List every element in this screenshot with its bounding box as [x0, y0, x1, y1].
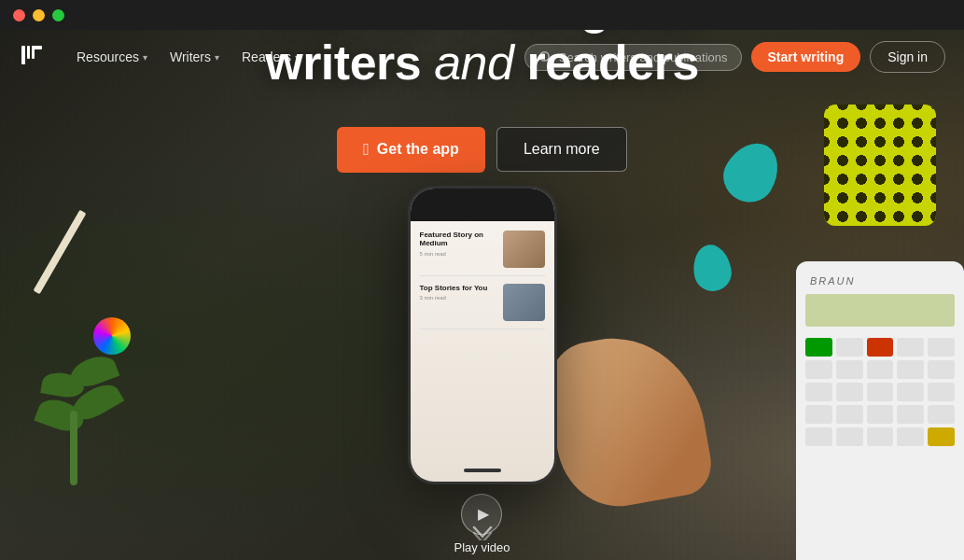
nav-readers[interactable]: Readers ▾ — [232, 44, 309, 70]
svg-rect-3 — [32, 46, 42, 49]
svg-rect-0 — [21, 46, 25, 64]
minimize-button[interactable] — [33, 9, 45, 21]
svg-rect-1 — [27, 46, 30, 59]
search-icon — [538, 50, 552, 63]
chevron-down-icon: ▾ — [143, 52, 147, 63]
svg-point-4 — [540, 52, 549, 61]
learn-more-button[interactable]: Learn more — [496, 127, 627, 172]
phone-article-image-2 — [503, 284, 545, 321]
search-box[interactable]: Search writers and publications — [524, 44, 742, 71]
phone-content: Featured Story on Medium 5 min read Top … — [411, 221, 554, 482]
chevron-down-icon: ▾ — [215, 52, 219, 63]
phone-notch — [459, 196, 506, 207]
svg-line-5 — [548, 60, 551, 63]
close-button[interactable] — [13, 9, 25, 21]
window-chrome — [0, 0, 964, 30]
phone-home-indicator — [464, 469, 501, 472]
play-icon: ▶ — [478, 505, 489, 523]
sign-in-button[interactable]: Sign in — [870, 41, 945, 73]
phone-article-image — [503, 231, 545, 268]
site-logo[interactable] — [19, 42, 45, 72]
phone-screen: Featured Story on Medium 5 min read Top … — [411, 189, 554, 482]
navbar: Resources ▾ Writers ▾ Readers ▾ Search w… — [0, 30, 964, 84]
phone-article-1: Featured Story on Medium 5 min read — [420, 231, 545, 276]
chevron-down-icon: ▾ — [295, 52, 300, 63]
search-placeholder: Search writers and publications — [559, 50, 728, 64]
scroll-indicator[interactable] — [472, 524, 493, 545]
main-page: BRAUN — [0, 30, 964, 560]
nav-resources[interactable]: Resources ▾ — [67, 44, 157, 70]
hero-section: The home for great writers and readers … — [0, 30, 964, 560]
maximize-button[interactable] — [52, 9, 64, 21]
get-app-button[interactable]:  Get the app — [337, 127, 485, 173]
nav-right: Search writers and publications Start wr… — [524, 41, 945, 73]
apple-icon:  — [363, 140, 370, 160]
nav-writers[interactable]: Writers ▾ — [161, 44, 229, 70]
phone-mockup-container: Featured Story on Medium 5 min read Top … — [408, 186, 557, 484]
nav-links: Resources ▾ Writers ▾ Readers ▾ — [67, 44, 524, 70]
start-writing-button[interactable]: Start writing — [751, 42, 861, 72]
phone-mockup: Featured Story on Medium 5 min read Top … — [408, 186, 557, 484]
hero-buttons:  Get the app Learn more — [337, 127, 626, 173]
phone-article-2: Top Stories for You 3 min read — [420, 284, 545, 329]
